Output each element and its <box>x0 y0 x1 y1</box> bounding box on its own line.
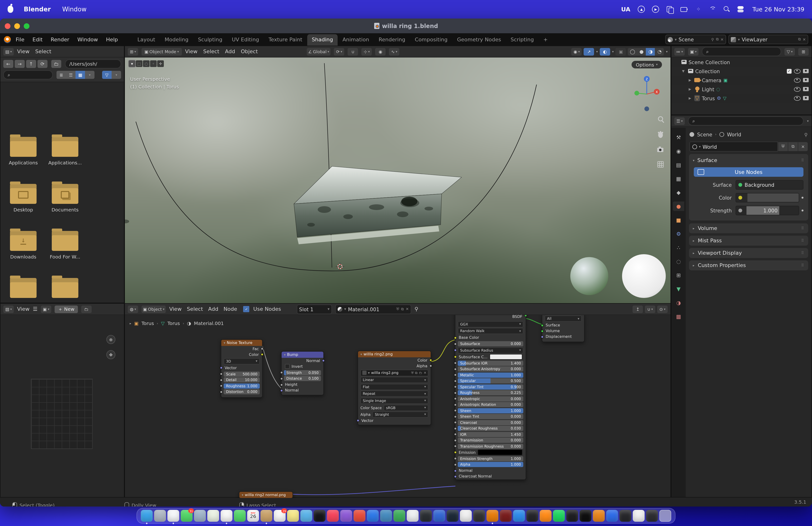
value-input-socket[interactable] <box>280 377 283 380</box>
subsurface-ior-input-socket[interactable] <box>454 361 457 365</box>
folder-item-documents[interactable]: Documents <box>44 180 86 212</box>
slider-field[interactable]: Specular Tint0.900 <box>458 384 523 389</box>
pin-icon[interactable]: ⚲ <box>711 37 714 42</box>
outliner-display-mode-dropdown[interactable]: ▣▾ <box>688 48 698 55</box>
play-circle-icon[interactable]: ▶ <box>652 6 659 13</box>
properties-tab-texture[interactable]: ▩ <box>673 312 684 321</box>
slider-field[interactable]: Detail10.000 <box>224 377 260 383</box>
scene-selector[interactable]: ▾ Scene ⚲ ⧉✕ <box>665 35 726 44</box>
image-editor-menu-view[interactable]: View <box>17 306 29 312</box>
exclude-checkbox[interactable]: ✓ <box>787 69 792 73</box>
proportional-editing-toggle[interactable]: ◉ <box>375 48 386 55</box>
outliner-search-input[interactable]: ⌕ <box>702 47 781 56</box>
new-image-button[interactable]: ＋ New <box>55 305 78 313</box>
render-camera-toggle[interactable] <box>803 96 809 100</box>
use-nodes-button[interactable]: Use Nodes <box>694 167 803 177</box>
transform-orientation-dropdown[interactable]: ∠ Global▾ <box>307 48 331 55</box>
snap-settings-dropdown[interactable]: ⊹▾ <box>361 48 372 55</box>
vector-input-socket[interactable] <box>357 419 360 422</box>
dock-launchpad[interactable] <box>154 510 166 522</box>
volume-input-socket[interactable] <box>541 329 544 332</box>
outliner-row-scene-collection[interactable]: Scene Collection <box>671 57 812 67</box>
bsdf-clearcoat-roughness[interactable]: Clearcoat Roughness0.030 <box>458 426 523 431</box>
slider-field[interactable]: Sheen1.000 <box>458 408 523 413</box>
dock-terminal[interactable] <box>620 510 631 522</box>
normal-input-socket[interactable] <box>280 389 283 392</box>
specular-input-socket[interactable] <box>454 380 457 382</box>
bsdf-sheen-tint[interactable]: Sheen Tint0.000 <box>458 414 523 419</box>
viewport-side-tools[interactable] <box>657 117 664 167</box>
viewport-menu-select[interactable]: Select <box>203 48 219 55</box>
gizmos-toggle[interactable]: ↗ <box>584 48 594 55</box>
editor-type-file-browser-icon[interactable]: ▤▾ <box>3 48 14 55</box>
expander-icon[interactable]: ▶ <box>687 96 692 100</box>
fac-output-socket[interactable] <box>261 347 263 350</box>
properties-tab-modifiers[interactable]: ⚙ <box>673 229 684 239</box>
dock-app-21[interactable] <box>407 510 419 522</box>
slot-selector[interactable]: Slot 1▾ <box>297 304 332 314</box>
breadcrumb-object[interactable]: Torus <box>142 321 154 326</box>
tab-texture-paint[interactable]: Texture Paint <box>264 34 307 46</box>
bsdf-subsurface-radius[interactable]: Subsurface Radius▾ <box>458 347 523 353</box>
close-icon[interactable]: ✕ <box>803 37 806 42</box>
zoom-window-button[interactable] <box>24 23 29 29</box>
select-circle-button[interactable]: ◌ <box>143 60 149 67</box>
breadcrumb-mesh[interactable]: Torus <box>168 321 180 326</box>
dock-music[interactable] <box>327 510 339 522</box>
zoom-in-fab-icon[interactable]: ⊕ <box>106 335 115 344</box>
normal-output-socket[interactable] <box>322 359 325 362</box>
color-swatch[interactable] <box>477 450 522 455</box>
bsdf-ior[interactable]: IOR1.450 <box>458 432 523 437</box>
parent-node-tree-icon[interactable]: ↥ <box>633 305 643 313</box>
outliner-row-collection[interactable]: ▼Collection✓ <box>671 67 812 75</box>
folder-item-food-for-w[interactable]: Food For W... <box>44 227 86 259</box>
render-camera-toggle[interactable] <box>803 87 809 91</box>
input-dots-icon[interactable]: ⁘ <box>695 6 702 13</box>
copy-icon[interactable]: ⧉ <box>401 307 404 311</box>
hide-eye-toggle[interactable] <box>794 87 801 91</box>
slider-field[interactable]: Subsurface0.000 <box>458 341 523 346</box>
dock-notes[interactable] <box>287 510 299 522</box>
slider-field[interactable]: Roughness1.000 <box>224 383 260 388</box>
properties-tab-scene[interactable]: ◆ <box>673 188 684 197</box>
outliner-filter-dropdown[interactable]: ▽▾ <box>784 48 795 55</box>
surface-panel-title[interactable]: Surface <box>697 157 717 164</box>
properties-tab-render[interactable]: ◉ <box>673 146 684 156</box>
dock-app-23[interactable] <box>433 510 445 522</box>
slider-field[interactable]: Scale500.000 <box>224 371 260 376</box>
image-dropdown-repeat[interactable]: Repeat▾ <box>360 390 428 397</box>
topbar-menu-edit[interactable]: Edit <box>32 36 43 43</box>
sheen-tint-input-socket[interactable] <box>454 415 457 418</box>
topbar-menu-render[interactable]: Render <box>50 36 69 43</box>
shader-menu-view[interactable]: View <box>169 306 182 312</box>
bsdf-subsurface[interactable]: Subsurface0.000 <box>458 341 523 346</box>
battery-icon[interactable] <box>681 6 688 13</box>
snap-toggle[interactable]: ∪ <box>348 48 358 55</box>
dock-app-33[interactable] <box>566 510 578 522</box>
fake-user-icon[interactable]: ⛨ <box>411 371 414 375</box>
shading-wireframe-button[interactable]: ◯ <box>628 48 637 55</box>
panel-drag-handle[interactable]: ⠿ <box>801 251 804 255</box>
normal-input-socket[interactable] <box>454 469 457 472</box>
dock-tv[interactable] <box>314 510 325 522</box>
bsdf-emission[interactable]: Emission <box>455 450 526 455</box>
hide-eye-toggle[interactable] <box>794 96 801 100</box>
panel-custom-properties[interactable]: ▸Custom Properties⠿ <box>689 260 808 270</box>
properties-search-input[interactable]: ⌕ <box>688 116 804 126</box>
editor-type-outliner-icon[interactable]: ≔▾ <box>674 48 685 55</box>
clearcoat-roughness-input-socket[interactable] <box>454 427 457 430</box>
world-datablock-field[interactable]: ▾ World <box>690 142 778 152</box>
bsdf-subsurface-c[interactable]: Subsurface C... <box>455 354 526 360</box>
wifi-icon[interactable] <box>709 6 716 13</box>
roughness-input-socket[interactable] <box>454 391 457 394</box>
dock-podcasts[interactable] <box>340 510 352 522</box>
value-input-socket[interactable] <box>280 371 283 374</box>
fake-user-icon[interactable]: ⛨ <box>396 307 399 311</box>
breadcrumb-scene[interactable]: Scene <box>697 132 712 137</box>
material-selector[interactable]: ▾ Material.001 ⛨ ⧉ ✕ <box>335 304 411 314</box>
properties-tab-constraints[interactable]: ⊞ <box>673 270 684 280</box>
image-datablock-field[interactable]: ▾ willla ring2.png ⛨ ⧉ 🗀 ✕ <box>360 369 428 376</box>
tab-compositing[interactable]: Compositing <box>410 34 452 46</box>
subsurface-radius-input-socket[interactable] <box>454 349 457 352</box>
properties-tab-tool[interactable]: ⚒ <box>673 132 684 142</box>
